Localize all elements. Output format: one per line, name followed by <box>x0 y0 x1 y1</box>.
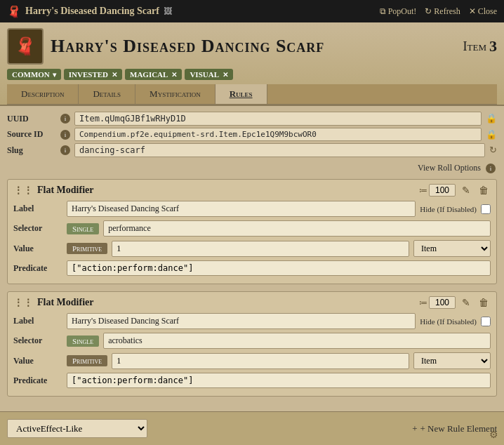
nav-tabs: Description Details Mystification Rules <box>7 84 497 105</box>
header-top: 🧣 Harry's Diseased Dancing Scarf Item 3 <box>7 28 497 65</box>
item-icon-small: 🧣 <box>7 5 21 18</box>
tag-magical-label: MAGICAL <box>130 70 168 79</box>
priority-1-icon: ≔ <box>419 185 427 196</box>
tag-common-dropdown[interactable]: ▾ <box>53 71 56 79</box>
modifier-2-priority-input[interactable] <box>429 296 456 309</box>
modifier-2-value-select[interactable]: Item Status Circumstance Untyped <box>413 352 491 369</box>
flat-modifier-1: ⋮⋮ Flat Modifier ≔ ✎ 🗑 Label Hide (If Di… <box>7 179 497 284</box>
modifier-2-edit-button[interactable]: ✎ <box>460 296 472 309</box>
modifier-2-label-input[interactable] <box>67 313 416 329</box>
flat-modifier-2: ⋮⋮ Flat Modifier ≔ ✎ 🗑 Label Hide (If Di… <box>7 291 497 397</box>
modifier-1-selector-label: Selector <box>13 223 62 234</box>
content-area: UUID i 🔒 Source ID i 🔒 Slug i ↻ View Rol… <box>0 106 504 443</box>
tag-common-label: COMMON <box>12 70 50 79</box>
uuid-lock-icon[interactable]: 🔒 <box>486 113 497 124</box>
modifier-1-drag-handle[interactable]: ⋮⋮ <box>13 185 33 197</box>
tag-invested-remove[interactable]: ✕ <box>112 71 117 79</box>
tag-common[interactable]: COMMON ▾ <box>7 69 61 80</box>
modifier-2-primitive-badge[interactable]: Primitive <box>67 355 107 366</box>
modifier-2-delete-button[interactable]: 🗑 <box>477 296 491 309</box>
refresh-button[interactable]: ↻ Refresh <box>425 6 460 17</box>
item-icon-glyph: 🧣 <box>15 36 36 56</box>
modifier-2-value-label: Value <box>13 356 62 366</box>
source-id-row: Source ID i 🔒 <box>7 128 497 141</box>
modifier-1-edit-button[interactable]: ✎ <box>460 184 472 197</box>
title-icon-badge: 🖼 <box>164 6 172 17</box>
uuid-value[interactable] <box>74 112 482 126</box>
modifier-2-hide-checkbox[interactable] <box>481 317 491 326</box>
close-button[interactable]: ✕ Close <box>469 6 497 17</box>
modifier-1-header: ⋮⋮ Flat Modifier ≔ ✎ 🗑 <box>13 184 491 197</box>
modifier-1-hide-label: Hide (If Disabled) <box>420 205 477 213</box>
modifier-1-primitive-badge[interactable]: Primitive <box>67 243 107 254</box>
new-rule-label: + New Rule Element <box>420 423 498 434</box>
tag-magical[interactable]: MAGICAL ✕ <box>125 69 182 80</box>
item-level: 3 <box>489 37 497 55</box>
modifier-2-value-input[interactable] <box>112 353 409 369</box>
slug-value[interactable] <box>74 143 485 157</box>
tab-mystification[interactable]: Mystification <box>135 84 215 104</box>
title-bar-left: 🧣 Harry's Diseased Dancing Scarf 🖼 <box>7 5 172 18</box>
modifier-1-priority-input[interactable] <box>429 184 456 197</box>
modifier-1-hide-checkbox[interactable] <box>481 204 491 214</box>
modifier-1-value-label: Value <box>13 244 62 254</box>
modifier-1-label-input[interactable] <box>67 201 416 217</box>
modifier-2-selector-type[interactable]: Single <box>67 336 99 347</box>
slug-label: Slug <box>7 145 56 156</box>
modifier-2-predicate-label: Predicate <box>13 376 62 386</box>
modifier-2-priority: ≔ <box>419 296 456 309</box>
rule-element-select[interactable]: ActiveEffect-Like AdjustDegreeOfSuccess … <box>7 419 147 438</box>
modifier-2-title: ⋮⋮ Flat Modifier <box>13 297 93 309</box>
source-id-info-icon[interactable]: i <box>60 130 70 140</box>
uuid-info-icon[interactable]: i <box>60 114 70 124</box>
tag-invested[interactable]: INVESTED ✕ <box>64 69 122 80</box>
corner-settings-icon[interactable]: ⚙ <box>489 429 498 441</box>
tags-row: COMMON ▾ INVESTED ✕ MAGICAL ✕ VISUAL ✕ <box>7 69 497 80</box>
tab-rules[interactable]: Rules <box>215 84 267 104</box>
slug-info-icon[interactable]: i <box>60 145 70 155</box>
source-id-lock-icon[interactable]: 🔒 <box>486 129 497 140</box>
modifier-2-selector-row: Selector Single <box>13 333 491 349</box>
item-type-badge: Item 3 <box>463 37 497 55</box>
view-roll-options[interactable]: View Roll Options i <box>7 163 497 173</box>
source-id-value[interactable] <box>74 128 482 141</box>
uuid-row: UUID i 🔒 <box>7 112 497 126</box>
source-id-label: Source ID <box>7 129 56 140</box>
modifier-1-predicate-label: Predicate <box>13 263 62 274</box>
modifier-2-selector-input[interactable] <box>103 333 491 349</box>
window-title: Harry's Diseased Dancing Scarf <box>25 6 159 17</box>
modifier-1-value-input[interactable] <box>112 241 409 257</box>
modifier-1-selector-type[interactable]: Single <box>67 223 99 234</box>
modifier-1-title-label: Flat Modifier <box>37 185 93 196</box>
modifier-1-value-select[interactable]: Item Status Circumstance Untyped <box>413 240 491 257</box>
modifier-1-selector-input[interactable] <box>103 220 491 237</box>
tag-invested-label: INVESTED <box>69 70 108 79</box>
new-rule-button[interactable]: + + New Rule Element <box>412 423 497 434</box>
modifier-1-priority: ≔ <box>419 184 456 197</box>
modifier-2-header: ⋮⋮ Flat Modifier ≔ ✎ 🗑 <box>13 296 491 309</box>
modifier-2-selector-label: Selector <box>13 336 62 346</box>
modifier-1-predicate-row: Predicate <box>13 260 491 276</box>
modifier-2-title-label: Flat Modifier <box>37 297 93 308</box>
modifier-2-value-row: Value Primitive Item Status Circumstance… <box>13 352 491 369</box>
item-type-label: Item <box>463 39 486 54</box>
item-icon-large[interactable]: 🧣 <box>7 28 44 65</box>
modifier-1-title: ⋮⋮ Flat Modifier <box>13 185 93 197</box>
item-title: Harry's Diseased Dancing Scarf <box>51 36 324 57</box>
tag-visual-remove[interactable]: ✕ <box>223 71 228 79</box>
tag-magical-remove[interactable]: ✕ <box>171 71 177 79</box>
modifier-1-selector-row: Selector Single <box>13 220 491 237</box>
slug-refresh-icon[interactable]: ↻ <box>489 145 497 156</box>
modifier-1-value-row: Value Primitive Item Status Circumstance… <box>13 240 491 257</box>
modifier-2-label-row: Label Hide (If Disabled) <box>13 313 491 329</box>
popout-button[interactable]: ⧉ PopOut! <box>380 6 417 17</box>
tag-visual[interactable]: VISUAL ✕ <box>185 69 233 80</box>
tab-details[interactable]: Details <box>79 84 135 104</box>
modifier-2-predicate-input[interactable] <box>67 373 491 388</box>
view-roll-options-info-icon[interactable]: i <box>486 164 496 173</box>
modifier-1-delete-button[interactable]: 🗑 <box>477 184 491 197</box>
modifier-2-drag-handle[interactable]: ⋮⋮ <box>13 297 33 309</box>
tab-description[interactable]: Description <box>7 84 79 104</box>
new-rule-plus-icon: + <box>412 423 417 434</box>
modifier-1-predicate-input[interactable] <box>67 260 491 276</box>
